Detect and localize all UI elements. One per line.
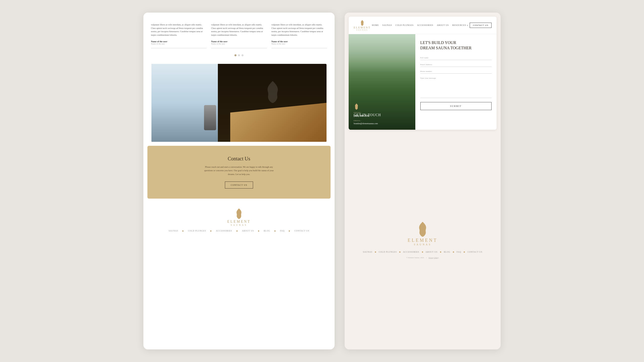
- full-name-line: [420, 60, 492, 60]
- nav-contact-button[interactable]: CONTACT US: [470, 23, 492, 28]
- footer-nav-blog[interactable]: BLOG: [264, 230, 270, 232]
- contact-us-button[interactable]: CONTACT US: [225, 182, 253, 189]
- footer-flame-icon: [234, 208, 244, 220]
- sauna-image: [151, 64, 327, 142]
- right-footer-dot-2: [399, 251, 400, 253]
- footer-nav-cold-plunges[interactable]: COLD PLUNGES: [188, 230, 206, 232]
- phone-number-label: Phone number: [420, 70, 492, 72]
- window-view: [151, 64, 218, 142]
- right-footer-accessories[interactable]: ACCESSORIES: [403, 251, 419, 253]
- footer-logo-sub: SAUNAS: [231, 224, 247, 226]
- footer-nav-dot-6: ◆: [289, 230, 290, 232]
- form-title: LET'S BUILD YOURDREAM SAUNA TOGETHER: [420, 40, 492, 51]
- contact-section-description: Please reach out and start a conversatio…: [201, 165, 277, 176]
- email-address-label: Email Address: [420, 64, 492, 66]
- full-name-field: Full name: [420, 57, 492, 60]
- sauna-heater: [204, 105, 216, 130]
- nav-home[interactable]: HOME: [372, 24, 379, 26]
- message-label: Type your message: [420, 77, 492, 79]
- footer-nav-faq[interactable]: FAQ: [280, 230, 285, 232]
- nav-logo: ELEMENT SAUNAS: [354, 20, 371, 31]
- right-footer-separator: |: [426, 257, 426, 259]
- right-footer-cold-plunges[interactable]: COLD PLUNGES: [379, 251, 397, 253]
- right-footer-logo: ELEMENT SAUNAS: [408, 221, 438, 246]
- left-footer: ELEMENT SAUNAS SAUNAS ◆ COLD PLUNGES ◆ A…: [143, 203, 335, 237]
- contact-info-block: PHONE: (425) 308-2592 EMAIL: brandon@ele…: [354, 112, 378, 125]
- footer-nav-contact-us[interactable]: CONTACT US: [294, 230, 309, 232]
- overlay-flame-icon: [354, 103, 359, 110]
- email-field: Email Address: [420, 64, 492, 67]
- right-panel: ELEMENT SAUNAS HOME SAUNAS COLD PLUNGES …: [345, 13, 501, 349]
- right-footer: ELEMENT SAUNAS SAUNAS COLD PLUNGES ACCES…: [345, 130, 501, 349]
- testimonial-text-1: vulputate libero at velit interdum, ac a…: [151, 23, 207, 37]
- right-footer-faq[interactable]: FAQ: [457, 251, 461, 253]
- right-footer-logo-text: ELEMENT: [408, 238, 438, 243]
- nav-about-us[interactable]: ABOUT US: [437, 24, 449, 26]
- contact-section-title: Contact Us: [155, 156, 323, 162]
- sauna-image-wrapper: [143, 64, 335, 142]
- testimonial-card-1: vulputate libero at velit interdum, ac a…: [151, 20, 207, 48]
- mist-overlay: [349, 34, 415, 72]
- message-field: Type your message: [420, 77, 492, 98]
- carousel-dots: [151, 53, 327, 59]
- testimonial-card-3: vulputate libero at velit interdum, ac a…: [271, 20, 327, 48]
- user-name-3: Name of the user: [271, 40, 327, 43]
- footer-nav-accessories[interactable]: ACCESSORIES: [216, 230, 232, 232]
- footer-nav-about-us[interactable]: ABOUT US: [242, 230, 254, 232]
- email-value: brandon@elementsaunas.com: [354, 122, 378, 125]
- testimonial-card-2: vulputate libero at velit interdum, ac a…: [211, 20, 267, 48]
- testimonial-text-2: vulputate libero at velit interdum, ac a…: [211, 23, 267, 37]
- footer-nav-dot-1: ◆: [182, 230, 184, 232]
- footer-logo: ELEMENT SAUNAS: [227, 208, 251, 226]
- testimonials-section: vulputate libero at velit interdum, ac a…: [143, 13, 335, 64]
- user-name-2: Name of the user: [211, 40, 267, 43]
- right-footer-saunas[interactable]: SAUNAS: [363, 251, 372, 253]
- phone-field: Phone number: [420, 70, 492, 74]
- user-name-1: Name of the user: [151, 40, 207, 43]
- nav-links: HOME SAUNAS COLD PLUNGES ACCESSORIES ABO…: [372, 24, 468, 26]
- testimonials-row: vulputate libero at velit interdum, ac a…: [151, 20, 327, 48]
- nav-logo-sub: SAUNAS: [356, 29, 368, 31]
- user-status-1: Status of the user: [151, 43, 207, 45]
- right-footer-dot-3: [422, 251, 423, 253]
- flame-watermark: [263, 79, 283, 105]
- phone-value: (425) 308-2592: [354, 114, 378, 117]
- dot-3[interactable]: [242, 54, 244, 56]
- nav-flame-icon: [360, 20, 365, 26]
- right-footer-contact-us[interactable]: CONTACT US: [467, 251, 482, 253]
- right-footer-about-us[interactable]: ABOUT US: [426, 251, 438, 253]
- email-line: [420, 67, 492, 67]
- footer-nav-dot-5: ◆: [274, 230, 276, 232]
- nav-resources[interactable]: RESOURCES: [452, 24, 468, 26]
- message-line: [420, 98, 492, 98]
- right-footer-logo-sub: SAUNAS: [414, 243, 431, 246]
- right-footer-privacy[interactable]: Privacy Policy: [429, 257, 439, 259]
- full-name-label: Full name: [420, 57, 492, 59]
- right-footer-flame-icon: [416, 221, 429, 238]
- contact-image-side: GET IN TOUCH PHONE: (425) 308-2592 EMAIL…: [349, 34, 415, 130]
- left-panel: vulputate libero at velit interdum, ac a…: [143, 13, 335, 349]
- nav-logo-text: ELEMENT: [354, 26, 371, 29]
- right-footer-dot-4: [440, 251, 441, 253]
- right-footer-nav: SAUNAS COLD PLUNGES ACCESSORIES ABOUT US…: [363, 251, 482, 253]
- nav-accessories[interactable]: ACCESSORIES: [417, 24, 433, 26]
- user-status-2: Status of the user: [211, 43, 267, 45]
- email-label: EMAIL:: [354, 120, 378, 122]
- right-footer-dot-1: [375, 251, 376, 253]
- dot-1[interactable]: [234, 54, 236, 56]
- user-status-3: Status of the user: [271, 43, 327, 45]
- footer-nav-dot-3: ◆: [236, 230, 238, 232]
- nav-saunas[interactable]: SAUNAS: [382, 24, 392, 26]
- submit-button[interactable]: SUBMIT: [420, 102, 492, 110]
- testimonial-text-3: vulputate libero at velit interdum, ac a…: [271, 23, 327, 37]
- contact-us-section: Contact Us Please reach out and start a …: [147, 146, 331, 199]
- contact-form-side: LET'S BUILD YOURDREAM SAUNA TOGETHER Ful…: [415, 34, 497, 130]
- right-footer-blog[interactable]: BLOG: [444, 251, 450, 253]
- nav-cold-plunges[interactable]: COLD PLUNGES: [395, 24, 414, 26]
- dot-2[interactable]: [238, 54, 240, 56]
- footer-logo-text: ELEMENT: [227, 220, 251, 224]
- right-footer-dot-6: [464, 251, 465, 253]
- right-footer-copyright-row: © Element Saunas. 2024. | Privacy Policy: [406, 257, 439, 259]
- footer-nav-saunas[interactable]: SAUNAS: [169, 230, 178, 232]
- phone-line: [420, 73, 492, 74]
